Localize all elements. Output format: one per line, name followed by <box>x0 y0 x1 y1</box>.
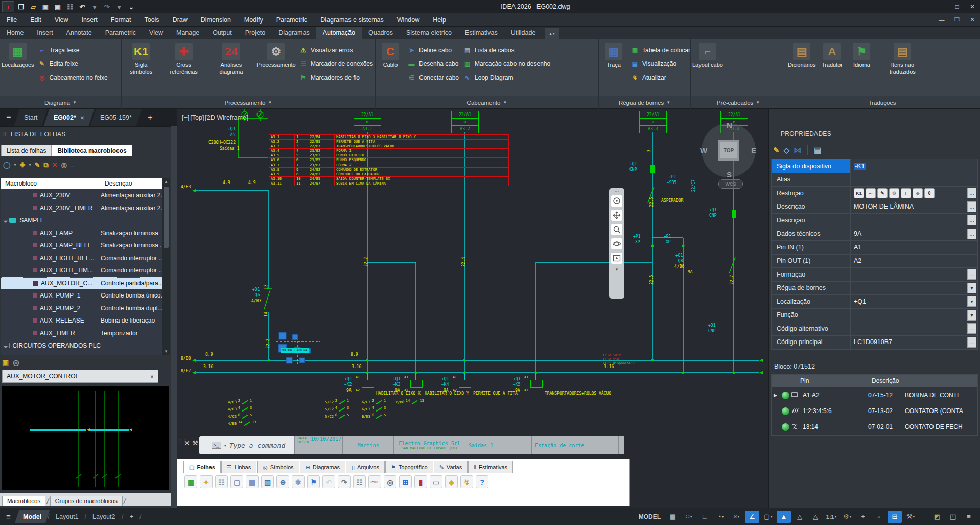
layout-tab-model[interactable]: Model <box>15 510 50 523</box>
property-row-r-gua-de-bornes[interactable]: Régua de bornes▾ <box>772 282 977 295</box>
ellipsis-button[interactable]: … <box>967 337 976 348</box>
snap-mode-toggle[interactable]: ∷▾ <box>682 511 696 523</box>
file-tab-eg002[interactable]: EG002*✕ <box>43 109 94 126</box>
save-icon[interactable]: ▣ <box>40 2 51 12</box>
ribbon-panel-label-r-gua-de-bornes[interactable]: Régua de bornes▼ <box>599 96 691 109</box>
polar-tracking-toggle[interactable]: ◔▾ <box>713 511 728 523</box>
list-item-aux-230v[interactable]: AUX_230VAlimentação auxiliar 2... <box>1 189 170 202</box>
list-item-aux-pump-2[interactable]: AUX_PUMP_2Controle bomba dupl... <box>1 302 170 315</box>
pen-icon[interactable]: ✎ <box>877 188 888 198</box>
pin-row-13-14[interactable]: 13:1407-02-01CONTATO DE FECH <box>772 419 977 435</box>
tabela-de-colocar-button[interactable]: ▦Tabela de colocar <box>631 43 690 57</box>
lista-de-cabos-button[interactable]: ▤Lista de cabos <box>463 43 550 57</box>
bookmark-icon[interactable]: ⚑ <box>307 475 320 488</box>
menu-item-window[interactable]: Window <box>390 13 426 27</box>
print-sheet-icon[interactable]: ☷ <box>215 475 228 488</box>
ribbon-tab-automa-o[interactable]: Automação <box>316 27 362 39</box>
ribbon-panel-label-pr-cabeados[interactable]: Pré-cabeados▼ <box>691 96 786 109</box>
menu-item-edit[interactable]: Edit <box>24 13 48 27</box>
menu-item-dimension[interactable]: Dimension <box>194 13 238 27</box>
close-icon[interactable]: ✕ <box>80 115 84 121</box>
menu-item-tools[interactable]: Tools <box>137 13 166 27</box>
selection-cycling-toggle[interactable]: ▫ <box>872 511 886 523</box>
property-value[interactable] <box>851 322 967 335</box>
property-row-fun-o[interactable]: Função▾ <box>772 309 977 323</box>
pin-row-a1-a2[interactable]: ▶A1:A207-15-12BOBINA DE CONTF <box>772 387 977 403</box>
sigla-s-mbolos-button[interactable]: K1Sigla símbolos <box>123 42 159 75</box>
marcador-de-conex-es-button[interactable]: ☰Marcador de conexões <box>299 57 373 71</box>
property-value[interactable] <box>851 282 967 295</box>
doc-restore-button[interactable]: ❐ <box>949 13 965 26</box>
menu-item-parametric[interactable]: Parametric <box>270 13 314 27</box>
tab-varias[interactable]: ✎Varias <box>434 461 468 473</box>
ribbon-tab-quadros[interactable]: Quadros <box>362 27 400 39</box>
list-item-aux-release[interactable]: AUX_RELEASEBobina de liberação <box>1 314 170 327</box>
property-value[interactable]: +Q1 <box>851 295 967 308</box>
thermometer-icon[interactable]: θ <box>924 188 935 198</box>
ribbon-tab-estimativas[interactable]: Estimativas <box>458 27 504 39</box>
insert-block-icon[interactable]: ▣ <box>2 358 9 367</box>
itens-n-o-traduzidos-button[interactable]: ▤Itens não traduzidos <box>878 42 927 75</box>
workspace-settings[interactable]: ⚙▾ <box>840 511 854 523</box>
pin-icon[interactable]: ◆ <box>913 188 923 198</box>
pin-row-1-2-3-4-5-6[interactable]: 1:2:3:4:5:607-13-02CONTATOR (CONTA <box>772 403 977 419</box>
annotation-autoscale-toggle[interactable]: △ <box>792 511 807 523</box>
list-item-sample[interactable]: ◢SAMPLE <box>1 214 170 227</box>
dropdown-button[interactable]: ▾ <box>967 283 976 293</box>
ribbon-tab-projeto[interactable]: Projeto <box>239 27 272 39</box>
list-item-aux-light-rel[interactable]: AUX_LIGHT_REL...Comando interruptor ... <box>1 252 170 265</box>
app-logo-icon[interactable]: i <box>2 1 14 12</box>
redo-icon[interactable]: ↷ <box>101 2 112 12</box>
tab-diagramas[interactable]: ⊞Diagramas <box>300 461 345 473</box>
column-header-macrobloco[interactable]: Macrobloco <box>1 180 105 187</box>
new-sheet-icon[interactable]: ▣ <box>184 475 197 488</box>
processamento-button[interactable]: ⚙Processamento <box>257 42 295 69</box>
marca-o-cabo-no-desenho-button[interactable]: ▥Marcaçào cabo no desenho <box>463 57 550 71</box>
tra-a-button[interactable]: ▦Traça <box>600 42 627 69</box>
property-value[interactable]: A2 <box>851 255 977 268</box>
viewport-minus-control[interactable]: [−] <box>182 114 189 121</box>
panel-splitter[interactable] <box>171 126 177 508</box>
conectar-cabo-button[interactable]: ∈Conectar cabo <box>407 71 459 84</box>
property-row-sigla-do-dispositivo[interactable]: Sigla do dispositivo-K1 <box>772 159 977 173</box>
zoom-icon[interactable] <box>611 224 622 235</box>
chevron-down-icon[interactable]: ▾ <box>224 443 226 448</box>
menu-item-view[interactable]: View <box>48 13 75 27</box>
open-folder-icon[interactable]: ▱ <box>28 2 39 12</box>
tab-arquivos[interactable]: ▯Arquivos <box>346 461 385 473</box>
visualizar-erros-button[interactable]: ⚠Visualizar erros <box>299 43 373 57</box>
navbar-menu-caret[interactable]: ▾ <box>616 267 618 272</box>
column-header-descricao[interactable]: Descrição <box>872 377 899 384</box>
filetab-menu-icon[interactable]: ≡ <box>0 113 17 122</box>
new-file-icon[interactable]: ❒ <box>15 2 27 12</box>
command-input[interactable]: Type a command <box>229 442 286 449</box>
block-preview-icon[interactable]: ◎ <box>13 358 19 367</box>
plug-alert-icon[interactable]: ! <box>901 188 911 198</box>
scroll-up-icon[interactable]: ▲ <box>162 178 170 185</box>
navbar-grip[interactable]: ⋯ <box>615 190 619 192</box>
viewcube-west[interactable]: W <box>700 146 707 155</box>
new-macro-icon[interactable]: ✚ <box>20 160 26 169</box>
property-row-c-digo-alternativo[interactable]: Código alternativo… <box>772 322 977 336</box>
ellipsis-button[interactable]: … <box>967 201 976 212</box>
ribbon-tab-manage[interactable]: Manage <box>170 27 206 39</box>
preview-selector[interactable]: AUX_MOTOR_CONTROL ∨ <box>2 370 158 383</box>
panel-grip[interactable]: ⁞⁞ <box>3 132 7 137</box>
expand-caret-icon[interactable]: ◢ <box>3 343 9 349</box>
ribbon-collapse-icon[interactable]: ▴ ▾ <box>545 28 558 39</box>
redo-icon[interactable]: ↷ <box>338 475 351 488</box>
layout-tab-layout2[interactable]: Layout2 <box>84 510 124 523</box>
viewport-view-control[interactable]: [Top] <box>190 114 204 121</box>
property-row-pin-in-1[interactable]: Pin IN (1)A1 <box>772 241 977 255</box>
ellipsis-button[interactable]: … <box>967 188 976 198</box>
property-value[interactable]: MOTOR DE LÂMINA <box>851 200 967 214</box>
list-item-aux-motor-c[interactable]: AUX_MOTOR_C...Controle partida/para... <box>1 277 170 290</box>
property-value[interactable]: 9A <box>851 227 967 241</box>
dropdown-button[interactable]: ▾ <box>967 296 976 307</box>
property-value[interactable] <box>851 309 967 322</box>
localiza-es-button[interactable]: ▦Localizações <box>2 42 34 69</box>
column-header-descricao[interactable]: Descrição <box>105 180 132 187</box>
list-item-aux-pump-1[interactable]: AUX_PUMP_1Controle bomba único... <box>1 289 170 302</box>
idioma-button[interactable]: ⚑Idioma <box>848 42 875 69</box>
menu-item-file[interactable]: File <box>0 13 24 27</box>
